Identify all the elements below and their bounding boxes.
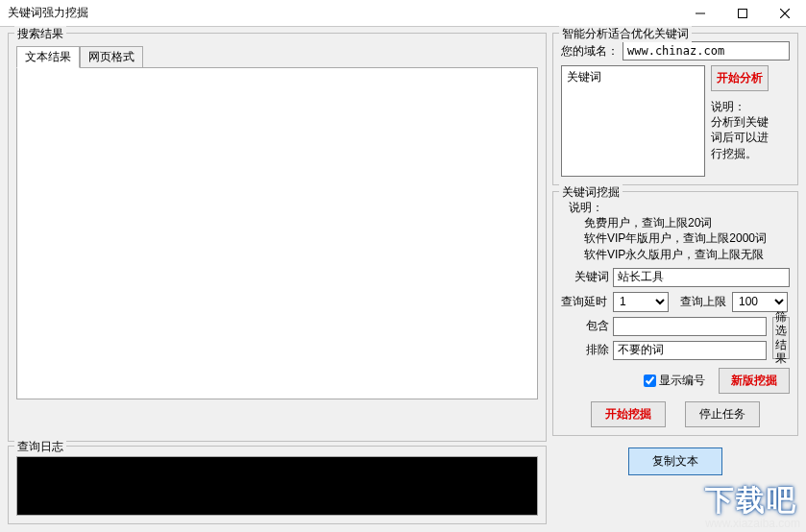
tab-text-results[interactable]: 文本结果 [16,46,80,68]
search-results-group: 搜索结果 文本结果 网页格式 [8,33,547,442]
mining-actions: 开始挖掘 停止任务 [561,401,790,427]
window-buttons [679,0,806,27]
domain-label: 您的域名： [561,43,619,60]
analysis-desc-head: 说明： [711,100,745,113]
analysis-keyword-head: 关键词 [567,70,601,84]
analysis-legend: 智能分析适合优化关键词 [559,26,692,42]
limit-label: 查询上限 [680,294,726,310]
copy-row: 复制文本 [552,447,798,475]
analysis-keyword-area[interactable]: 关键词 [561,65,705,177]
checkbox-row: 显示编号 新版挖掘 [561,368,790,394]
delay-label: 查询延时 [561,294,607,310]
query-log-group: 查询日志 [8,446,547,524]
include-row: 包含 [561,317,767,336]
result-tabs: 文本结果 网页格式 [16,45,538,67]
include-label: 包含 [561,318,609,334]
start-mining-button[interactable]: 开始挖掘 [591,401,666,427]
show-number-checkbox[interactable]: 显示编号 [644,373,705,389]
limit-select[interactable]: 100 [732,292,788,312]
new-version-button[interactable]: 新版挖掘 [719,368,790,394]
mining-group: 关键词挖掘 说明： 免费用户，查询上限20词 软件VIP年版用户，查询上限200… [552,191,798,436]
window-title: 关键词强力挖掘 [0,5,679,21]
delay-limit-row: 查询延时 1 查询上限 100 [561,292,790,312]
keyword-input[interactable] [613,268,790,287]
domain-input[interactable] [623,41,790,60]
filter-results-button[interactable]: 筛选结果 [772,317,790,359]
filter-block: 包含 排除 筛选结果 [561,317,790,360]
search-results-legend: 搜索结果 [14,26,66,42]
minimize-button[interactable] [679,0,721,27]
maximize-button[interactable] [721,0,764,27]
show-number-label: 显示编号 [659,373,705,389]
mining-desc-2: 软件VIP年版用户，查询上限2000词 [561,230,790,246]
svg-rect-1 [739,9,747,17]
close-button[interactable] [764,0,806,27]
delay-select[interactable]: 1 [613,292,669,312]
start-analysis-button[interactable]: 开始分析 [711,65,769,91]
body: 搜索结果 文本结果 网页格式 查询日志 智能分析适合优化关键词 您的域名： 关键… [0,27,806,532]
mining-desc-1: 免费用户，查询上限20词 [561,215,790,230]
filter-button-label: 筛选结果 [773,310,789,366]
domain-row: 您的域名： [561,41,790,60]
analysis-side: 开始分析 说明： 分析到关键词后可以进行挖掘。 [711,65,769,177]
analysis-desc: 说明： 分析到关键词后可以进行挖掘。 [711,99,769,161]
exclude-label: 排除 [561,342,609,358]
analysis-group: 智能分析适合优化关键词 您的域名： 关键词 开始分析 说明： 分析到关键词后可以… [552,33,798,185]
left-pane: 搜索结果 文本结果 网页格式 查询日志 [8,33,547,524]
query-log-legend: 查询日志 [14,439,66,455]
stop-task-button[interactable]: 停止任务 [685,401,760,427]
analysis-body: 关键词 开始分析 说明： 分析到关键词后可以进行挖掘。 [561,65,790,177]
results-area[interactable] [16,67,538,399]
keyword-row: 关键词 [561,268,790,287]
mining-desc: 说明： 免费用户，查询上限20词 软件VIP年版用户，查询上限2000词 软件V… [561,200,790,262]
keyword-label: 关键词 [561,269,609,285]
right-pane: 智能分析适合优化关键词 您的域名： 关键词 开始分析 说明： 分析到关键词后可以… [552,33,798,524]
tab-web-format[interactable]: 网页格式 [80,46,143,68]
mining-legend: 关键词挖掘 [559,184,623,201]
exclude-row: 排除 [561,341,767,360]
mining-desc-3: 软件VIP永久版用户，查询上限无限 [561,247,790,262]
copy-text-button[interactable]: 复制文本 [628,447,722,475]
include-input[interactable] [613,317,767,336]
query-log-area[interactable] [16,456,538,516]
mining-desc-head: 说明： [561,200,790,215]
analysis-desc-body: 分析到关键词后可以进行挖掘。 [711,115,769,159]
show-number-input[interactable] [644,375,656,387]
titlebar: 关键词强力挖掘 [0,0,806,27]
exclude-input[interactable] [613,341,767,360]
